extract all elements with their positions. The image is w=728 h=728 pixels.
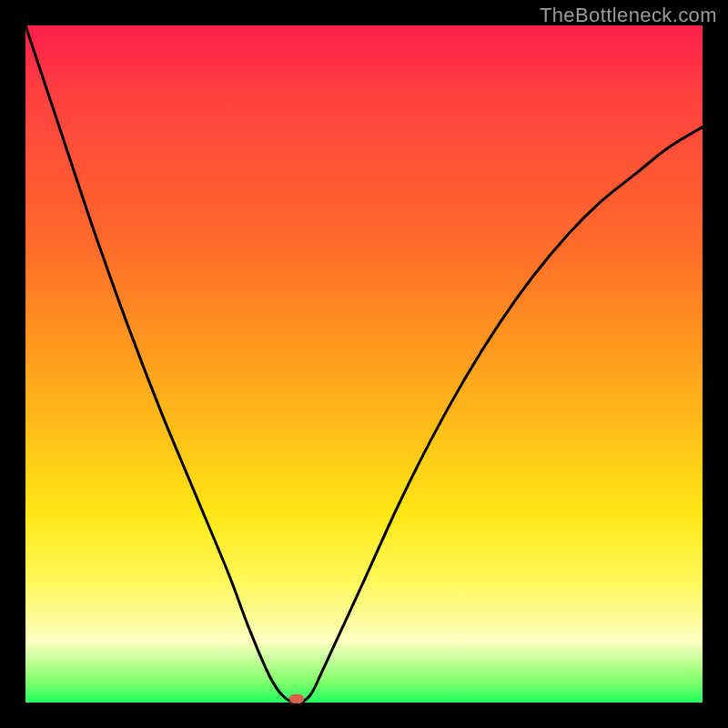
- plot-area: [25, 25, 703, 703]
- minimum-marker: [289, 694, 304, 703]
- chart-frame: TheBottleneck.com: [0, 0, 728, 728]
- watermark-text: TheBottleneck.com: [540, 4, 717, 27]
- bottleneck-curve: [25, 25, 703, 703]
